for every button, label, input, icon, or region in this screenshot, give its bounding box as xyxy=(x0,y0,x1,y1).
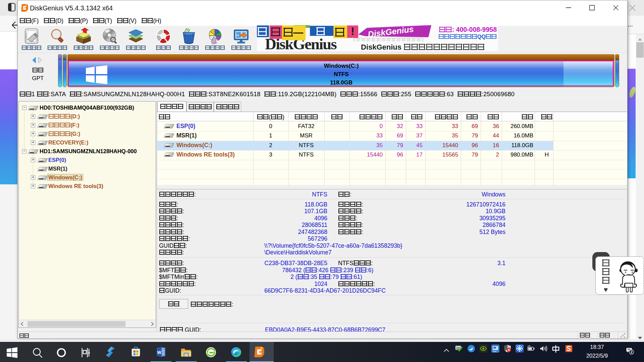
svg-text:2: 2 xyxy=(631,350,633,354)
svg-text:intel: intel xyxy=(493,350,496,352)
svg-text:W: W xyxy=(157,350,162,355)
